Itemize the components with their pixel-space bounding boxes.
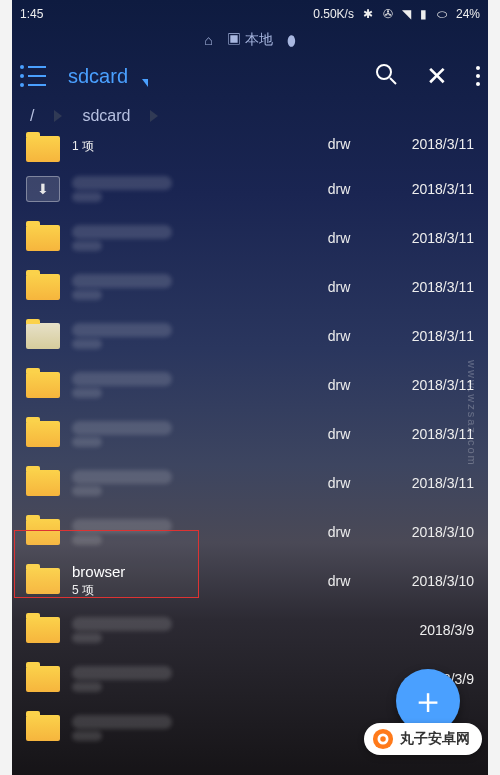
status-right: 0.50K/s ✱ ✇ ◥ ▮ ⬭ 24% [307, 7, 480, 21]
chevron-down-icon [142, 79, 148, 87]
folder-icon [26, 323, 60, 349]
file-row[interactable]: drw2018/3/11 [0, 311, 500, 360]
file-perm: drw [304, 230, 374, 246]
battery-icon: ⬭ [437, 7, 447, 21]
file-date: 2018/3/10 [374, 573, 474, 589]
file-perm: drw [304, 475, 374, 491]
file-row[interactable]: drw2018/3/11 [0, 213, 500, 262]
svg-line-1 [390, 78, 396, 84]
breadcrumb: / sdcard [0, 100, 500, 132]
signal-icon: ▮ [420, 7, 427, 21]
file-perm: drw [304, 136, 374, 152]
toolbar: sdcard ✕ [0, 52, 500, 100]
file-name-redacted [72, 666, 172, 680]
file-name-redacted [72, 176, 172, 190]
chevron-right-icon [54, 110, 62, 122]
status-net-speed: 0.50K/s [313, 7, 354, 21]
file-perm: drw [304, 377, 374, 393]
bluetooth-icon: ✱ [363, 7, 373, 21]
file-date: 2018/3/11 [374, 475, 474, 491]
file-sub-redacted [72, 535, 304, 545]
file-row[interactable]: 2018/3/9 [0, 605, 500, 654]
file-row[interactable]: drw2018/3/11 [0, 458, 500, 507]
folder-icon [26, 519, 60, 545]
file-sub-redacted [72, 486, 304, 496]
file-list[interactable]: 1 项drw2018/3/11⬇drw2018/3/11drw2018/3/11… [0, 132, 500, 752]
folder-icon [26, 666, 60, 692]
file-date: 2018/3/11 [374, 230, 474, 246]
folder-icon [26, 617, 60, 643]
file-perm: drw [304, 181, 374, 197]
file-perm: drw [304, 524, 374, 540]
file-date: 2018/3/10 [374, 524, 474, 540]
file-name-redacted [72, 372, 172, 386]
search-icon[interactable] [374, 62, 398, 90]
file-perm: drw [304, 573, 374, 589]
file-name-redacted [72, 421, 172, 435]
menu-icon[interactable] [20, 65, 46, 87]
home-icon[interactable]: ⌂ [204, 32, 212, 48]
file-sub-redacted [72, 731, 304, 741]
folder-icon [26, 136, 60, 162]
breadcrumb-root[interactable]: / [30, 107, 34, 125]
file-sub: 5 项 [72, 582, 304, 599]
file-perm: drw [304, 279, 374, 295]
file-date: 2018/3/11 [374, 426, 474, 442]
wifi-icon: ◥ [402, 7, 411, 21]
screen: 1:45 0.50K/s ✱ ✇ ◥ ▮ ⬭ 24% ⌂ ▣ 本地 ⬮ sdca… [0, 0, 500, 775]
file-sub-redacted [72, 682, 304, 692]
folder-icon [26, 225, 60, 251]
chevron-right-icon [150, 110, 158, 122]
breadcrumb-current[interactable]: sdcard [82, 107, 130, 125]
file-name-redacted [72, 617, 172, 631]
file-date: 2018/3/11 [374, 136, 474, 152]
file-perm: drw [304, 328, 374, 344]
file-name-redacted [72, 715, 172, 729]
top-tab-icons: ⌂ ▣ 本地 ⬮ [0, 28, 500, 52]
file-sub-redacted [72, 192, 304, 202]
file-date: 2018/3/9 [374, 622, 474, 638]
file-date: 2018/3/11 [374, 328, 474, 344]
file-sub-redacted [72, 290, 304, 300]
file-row[interactable]: ⬇drw2018/3/11 [0, 164, 500, 213]
file-row[interactable]: browser5 项drw2018/3/10 [0, 556, 500, 605]
overflow-menu-icon[interactable] [476, 66, 480, 86]
android-icon[interactable]: ⬮ [287, 32, 296, 49]
file-date: 2018/3/11 [374, 377, 474, 393]
status-bar: 1:45 0.50K/s ✱ ✇ ◥ ▮ ⬭ 24% [0, 0, 500, 28]
folder-icon [26, 568, 60, 594]
file-sub-redacted [72, 339, 304, 349]
svg-point-4 [380, 736, 386, 742]
file-name-redacted [72, 274, 172, 288]
file-row[interactable]: drw2018/3/10 [0, 507, 500, 556]
file-row[interactable]: drw2018/3/11 [0, 360, 500, 409]
file-row[interactable]: drw2018/3/11 [0, 262, 500, 311]
file-sub-redacted [72, 241, 304, 251]
folder-icon [26, 470, 60, 496]
folder-icon [26, 421, 60, 447]
file-sub-redacted [72, 437, 304, 447]
file-sub-redacted [72, 633, 304, 643]
file-perm: drw [304, 426, 374, 442]
file-date: 2018/3/11 [374, 279, 474, 295]
download-icon: ⬇ [26, 176, 60, 202]
file-name: browser [72, 563, 304, 580]
dnd-icon: ✇ [383, 7, 393, 21]
folder-icon [26, 372, 60, 398]
toolbar-title[interactable]: sdcard [68, 65, 352, 88]
close-icon[interactable]: ✕ [426, 61, 448, 92]
file-sub: 1 项 [72, 138, 304, 155]
file-name-redacted [72, 323, 172, 337]
folder-icon [26, 715, 60, 741]
watermark-logo-icon [372, 728, 394, 750]
file-name-redacted [72, 470, 172, 484]
folder-icon [26, 274, 60, 300]
file-row[interactable]: drw2018/3/11 [0, 409, 500, 458]
status-battery: 24% [456, 7, 480, 21]
local-tab[interactable]: ▣ 本地 [227, 31, 273, 49]
file-name-redacted [72, 519, 172, 533]
file-date: 2018/3/11 [374, 181, 474, 197]
file-row[interactable]: 1 项drw2018/3/11 [0, 132, 500, 164]
file-sub-redacted [72, 388, 304, 398]
watermark-badge: 丸子安卓网 [364, 723, 482, 755]
